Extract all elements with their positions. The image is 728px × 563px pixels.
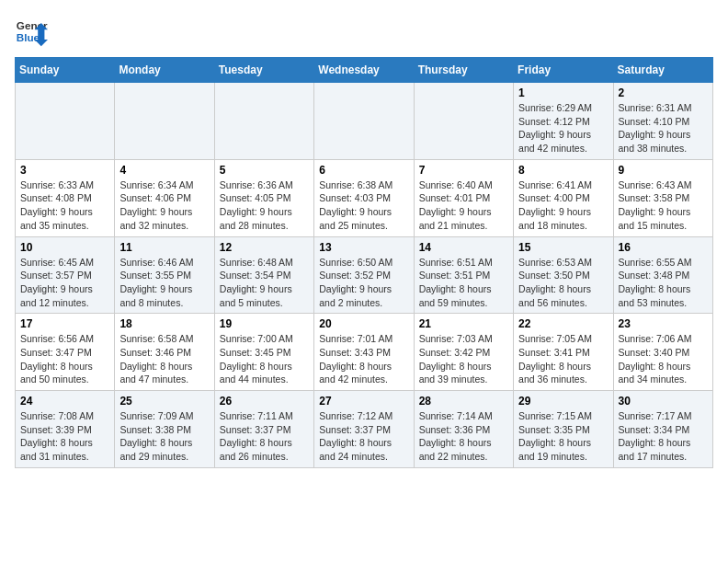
day-number: 6 [319,164,408,177]
day-number: 16 [619,241,708,254]
day-number: 12 [220,241,309,254]
day-number: 15 [518,241,608,254]
day-number: 24 [20,395,109,408]
day-info: Sunrise: 6:56 AM Sunset: 3:47 PM Dayligh… [20,332,109,386]
day-info: Sunrise: 6:38 AM Sunset: 4:03 PM Dayligh… [319,178,408,233]
calendar-cell: 4Sunrise: 6:34 AM Sunset: 4:06 PM Daylig… [115,159,214,236]
calendar-cell [115,83,214,160]
day-number: 11 [119,241,209,254]
day-number: 27 [319,395,408,408]
calendar-cell: 25Sunrise: 7:09 AM Sunset: 3:38 PM Dayli… [115,391,214,468]
calendar-cell: 9Sunrise: 6:43 AM Sunset: 3:58 PM Daylig… [613,159,712,236]
calendar-week-row: 1Sunrise: 6:29 AM Sunset: 4:12 PM Daylig… [16,83,713,160]
day-number: 25 [119,395,209,408]
day-info: Sunrise: 7:01 AM Sunset: 3:43 PM Dayligh… [319,332,408,386]
day-info: Sunrise: 7:09 AM Sunset: 3:38 PM Dayligh… [119,409,209,464]
calendar-week-row: 24Sunrise: 7:08 AM Sunset: 3:39 PM Dayli… [16,391,713,468]
weekday-header-tuesday: Tuesday [214,58,313,83]
day-number: 18 [119,317,209,330]
day-number: 28 [419,395,508,408]
calendar-cell: 28Sunrise: 7:14 AM Sunset: 3:36 PM Dayli… [414,391,513,468]
logo-icon: General Blue [15,15,48,48]
logo: General Blue [15,15,48,48]
day-info: Sunrise: 7:06 AM Sunset: 3:40 PM Dayligh… [619,332,708,386]
day-info: Sunrise: 6:53 AM Sunset: 3:50 PM Dayligh… [518,256,608,310]
day-info: Sunrise: 6:29 AM Sunset: 4:12 PM Dayligh… [518,101,608,155]
weekday-header-wednesday: Wednesday [314,58,414,83]
calendar-cell: 3Sunrise: 6:33 AM Sunset: 4:08 PM Daylig… [16,159,115,236]
calendar-cell [414,83,513,160]
calendar-cell: 22Sunrise: 7:05 AM Sunset: 3:41 PM Dayli… [514,314,613,391]
day-number: 29 [518,395,608,408]
day-number: 8 [518,164,608,177]
calendar-cell: 17Sunrise: 6:56 AM Sunset: 3:47 PM Dayli… [16,314,115,391]
day-info: Sunrise: 7:00 AM Sunset: 3:45 PM Dayligh… [220,332,309,386]
calendar-cell: 7Sunrise: 6:40 AM Sunset: 4:01 PM Daylig… [414,159,513,236]
calendar-cell: 14Sunrise: 6:51 AM Sunset: 3:51 PM Dayli… [414,236,513,314]
day-info: Sunrise: 6:48 AM Sunset: 3:54 PM Dayligh… [220,256,309,310]
day-number: 5 [220,164,309,177]
calendar-cell [314,83,414,160]
calendar-cell: 26Sunrise: 7:11 AM Sunset: 3:37 PM Dayli… [214,391,313,468]
calendar-table: SundayMondayTuesdayWednesdayThursdayFrid… [15,57,713,468]
weekday-header-sunday: Sunday [16,58,115,83]
day-info: Sunrise: 6:33 AM Sunset: 4:08 PM Dayligh… [20,178,109,233]
day-info: Sunrise: 7:05 AM Sunset: 3:41 PM Dayligh… [518,332,608,386]
page-header: General Blue [15,15,713,48]
day-number: 2 [619,86,708,99]
calendar-cell: 30Sunrise: 7:17 AM Sunset: 3:34 PM Dayli… [613,391,712,468]
day-info: Sunrise: 7:14 AM Sunset: 3:36 PM Dayligh… [419,409,508,464]
calendar-cell: 6Sunrise: 6:38 AM Sunset: 4:03 PM Daylig… [314,159,414,236]
calendar-cell: 23Sunrise: 7:06 AM Sunset: 3:40 PM Dayli… [613,314,712,391]
calendar-cell: 18Sunrise: 6:58 AM Sunset: 3:46 PM Dayli… [115,314,214,391]
day-info: Sunrise: 6:58 AM Sunset: 3:46 PM Dayligh… [119,332,209,386]
calendar-cell: 16Sunrise: 6:55 AM Sunset: 3:48 PM Dayli… [613,236,712,314]
calendar-cell: 12Sunrise: 6:48 AM Sunset: 3:54 PM Dayli… [214,236,313,314]
day-number: 14 [419,241,508,254]
day-info: Sunrise: 6:51 AM Sunset: 3:51 PM Dayligh… [419,256,508,310]
day-number: 10 [20,241,109,254]
day-info: Sunrise: 7:03 AM Sunset: 3:42 PM Dayligh… [419,332,508,386]
calendar-cell: 27Sunrise: 7:12 AM Sunset: 3:37 PM Dayli… [314,391,414,468]
calendar-cell: 8Sunrise: 6:41 AM Sunset: 4:00 PM Daylig… [514,159,613,236]
calendar-cell: 2Sunrise: 6:31 AM Sunset: 4:10 PM Daylig… [613,83,712,160]
day-number: 17 [20,317,109,330]
calendar-week-row: 17Sunrise: 6:56 AM Sunset: 3:47 PM Dayli… [16,314,713,391]
weekday-header-monday: Monday [115,58,214,83]
day-info: Sunrise: 6:31 AM Sunset: 4:10 PM Dayligh… [619,101,708,155]
calendar-cell: 21Sunrise: 7:03 AM Sunset: 3:42 PM Dayli… [414,314,513,391]
calendar-cell: 20Sunrise: 7:01 AM Sunset: 3:43 PM Dayli… [314,314,414,391]
day-number: 19 [220,317,309,330]
day-info: Sunrise: 6:40 AM Sunset: 4:01 PM Dayligh… [419,178,508,233]
day-number: 3 [20,164,109,177]
calendar-week-row: 3Sunrise: 6:33 AM Sunset: 4:08 PM Daylig… [16,159,713,236]
calendar-cell [16,83,115,160]
day-number: 4 [119,164,209,177]
calendar-cell: 5Sunrise: 6:36 AM Sunset: 4:05 PM Daylig… [214,159,313,236]
day-info: Sunrise: 6:46 AM Sunset: 3:55 PM Dayligh… [119,256,209,310]
calendar-cell: 1Sunrise: 6:29 AM Sunset: 4:12 PM Daylig… [514,83,613,160]
calendar-cell: 29Sunrise: 7:15 AM Sunset: 3:35 PM Dayli… [514,391,613,468]
day-number: 20 [319,317,408,330]
day-info: Sunrise: 7:15 AM Sunset: 3:35 PM Dayligh… [518,409,608,464]
day-info: Sunrise: 7:11 AM Sunset: 3:37 PM Dayligh… [220,409,309,464]
day-info: Sunrise: 7:08 AM Sunset: 3:39 PM Dayligh… [20,409,109,464]
calendar-cell: 15Sunrise: 6:53 AM Sunset: 3:50 PM Dayli… [514,236,613,314]
day-info: Sunrise: 7:17 AM Sunset: 3:34 PM Dayligh… [619,409,708,464]
calendar-cell: 13Sunrise: 6:50 AM Sunset: 3:52 PM Dayli… [314,236,414,314]
calendar-cell: 19Sunrise: 7:00 AM Sunset: 3:45 PM Dayli… [214,314,313,391]
day-number: 13 [319,241,408,254]
calendar-cell [214,83,313,160]
day-number: 21 [419,317,508,330]
day-info: Sunrise: 6:55 AM Sunset: 3:48 PM Dayligh… [619,256,708,310]
weekday-header-friday: Friday [514,58,613,83]
weekday-header-saturday: Saturday [613,58,712,83]
calendar-cell: 11Sunrise: 6:46 AM Sunset: 3:55 PM Dayli… [115,236,214,314]
day-number: 30 [619,395,708,408]
day-info: Sunrise: 6:41 AM Sunset: 4:00 PM Dayligh… [518,178,608,233]
weekday-header-thursday: Thursday [414,58,513,83]
day-number: 23 [619,317,708,330]
day-number: 22 [518,317,608,330]
day-info: Sunrise: 6:45 AM Sunset: 3:57 PM Dayligh… [20,256,109,310]
day-number: 1 [518,86,608,99]
